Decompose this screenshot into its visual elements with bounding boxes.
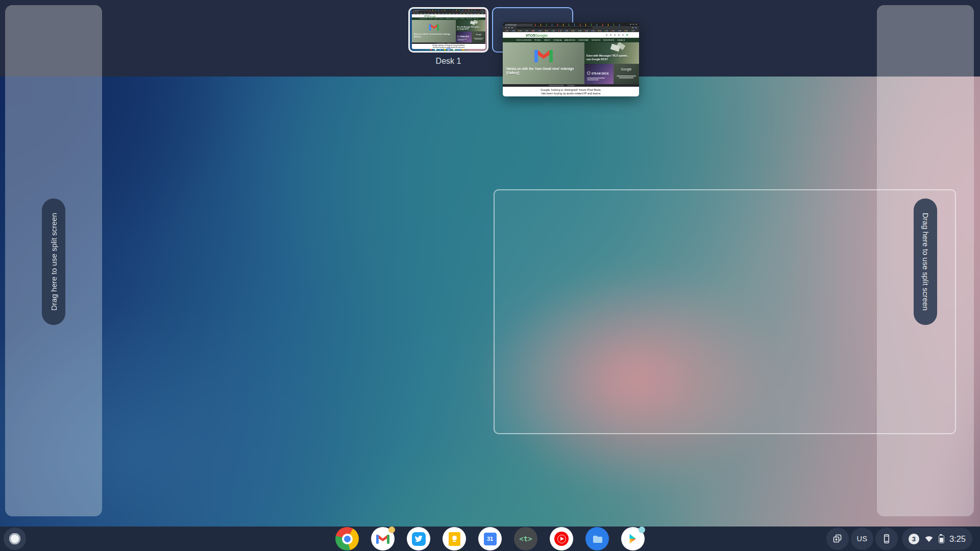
calendar-icon: 31 <box>484 533 497 545</box>
tweetdeck-icon <box>412 532 426 546</box>
desk-1-thumbnail[interactable]: 9to5Google 9TO5Google EXCLUSIVES PIXEL <box>408 7 488 53</box>
window-controls-icons <box>630 24 637 24</box>
article-footer: Google, looking to 'distinguish' future … <box>503 87 639 96</box>
site-header: 9TO5Google <box>503 32 639 38</box>
shelf-app-gmail[interactable] <box>371 527 395 550</box>
text-app-icon: <t> <box>514 527 537 550</box>
bookmark-favicons <box>505 30 636 32</box>
notification-dot <box>388 527 395 533</box>
main-headline: Hands-on with the 'new Gmail view' redes… <box>506 66 574 75</box>
keep-icon <box>449 532 460 546</box>
wifi-icon <box>924 534 934 544</box>
screen-capture-icon <box>831 533 844 545</box>
shelf-app-files[interactable] <box>585 527 609 550</box>
site-logo: 9TO5Google <box>526 33 548 38</box>
profile-avatar <box>483 12 484 12</box>
article-side: Even with Messages' RCS update, use Goog… <box>584 42 639 64</box>
site-logo: 9TO5Google <box>424 15 436 17</box>
article-google: Google <box>614 64 639 84</box>
article-main: Hands-on with the 'new Gmail view' redes… <box>503 42 584 84</box>
keyboard-layout-button[interactable]: US <box>851 528 873 550</box>
shelf: 31 <t> <box>0 527 980 551</box>
split-screen-left-hint-pill: Drag here to use split screen <box>42 198 65 325</box>
tab-title: 9to5Google <box>507 24 517 26</box>
tab-favicon-icon <box>506 24 507 26</box>
launcher-button[interactable] <box>4 528 26 550</box>
status-area: US 3 3:25 <box>826 528 972 550</box>
back-icon <box>505 27 507 29</box>
desk-1-window-preview: 9to5Google 9TO5Google EXCLUSIVES PIXEL <box>412 9 485 49</box>
address-bar <box>516 27 593 29</box>
shelf-app-play-store[interactable] <box>621 527 645 550</box>
site-header-icons <box>468 15 479 16</box>
forward-icon <box>508 27 510 29</box>
shelf-app-chrome[interactable] <box>335 527 359 550</box>
site-nav: EXCLUSIVES PIXEL NEST STADIA ANDROID CHR… <box>503 38 639 42</box>
reload-icon <box>511 27 513 29</box>
gmail-logo-icon <box>534 48 553 62</box>
side-headline: Even with Messages' RCS update, use Goog… <box>457 26 480 30</box>
desks-bar <box>0 0 980 77</box>
shelf-apps: 31 <t> <box>335 527 645 550</box>
shelf-app-youtube-music[interactable] <box>550 527 573 550</box>
article-steam-deck: STEAM DECK <box>584 64 614 84</box>
window-drop-target-outline <box>494 189 956 434</box>
launcher-icon <box>9 533 20 544</box>
desk-1-label[interactable]: Desk 1 <box>408 57 488 66</box>
screen-capture-button[interactable] <box>826 528 849 550</box>
steam-logo-icon <box>457 36 459 38</box>
shelf-app-text[interactable]: <t> <box>514 527 537 550</box>
shelf-app-keep[interactable] <box>443 527 466 550</box>
article-google: Google <box>472 32 485 43</box>
gmail-icon <box>376 534 389 544</box>
article-side: Even with Messages' RCS update, use Goog… <box>456 20 485 32</box>
window-controls-icons <box>480 10 484 11</box>
shelf-app-tweetdeck[interactable] <box>407 527 430 550</box>
phone-hub-button[interactable] <box>875 528 898 550</box>
split-screen-hint-label: Drag here to use split screen <box>50 213 58 311</box>
browser-preview: 9to5Google 9TO5Google EXCLUSIVES PIXEL N… <box>503 22 639 96</box>
extensions-icon <box>632 27 634 29</box>
files-icon <box>585 527 609 550</box>
article-main: Hands-on with the 'new Gmail view' redes… <box>412 20 456 42</box>
side-headline: Even with Messages' RCS update, use Goog… <box>586 54 628 61</box>
forward-icon <box>415 12 415 12</box>
window-titlebar: 9to5Google <box>503 22 639 26</box>
clock: 3:25 <box>949 534 966 544</box>
article-steam-deck: STEAM DECK <box>456 32 472 43</box>
desk-drop-caret-icon <box>446 48 451 51</box>
gmail-logo-icon <box>429 23 438 31</box>
reload-icon <box>416 12 417 12</box>
site-nav-links: EXCLUSIVES PIXEL NEST STADIA ANDROID CHR… <box>420 18 478 19</box>
shelf-app-calendar[interactable]: 31 <box>478 527 502 550</box>
extensions-icon <box>482 12 482 12</box>
chrome-icon <box>335 527 359 550</box>
page-content: Hands-on with the 'new Gmail view' redes… <box>503 42 639 84</box>
site-header-icons <box>606 34 628 36</box>
phone-icon <box>880 533 893 545</box>
profile-avatar <box>635 27 637 29</box>
main-headline: Hands-on with the 'new Gmail view' redes… <box>414 33 450 37</box>
page-content: Hands-on with the 'new Gmail view' redes… <box>412 20 485 42</box>
split-screen-left-region[interactable]: Drag here to use split screen <box>5 5 102 516</box>
notification-dot <box>639 527 645 533</box>
site-nav-links: EXCLUSIVES PIXEL NEST STADIA ANDROID CHR… <box>517 39 625 41</box>
youtube-music-icon <box>554 532 569 546</box>
keyboard-layout-label: US <box>857 535 868 543</box>
play-store-icon <box>627 533 639 545</box>
steam-logo-icon <box>587 71 591 75</box>
bookmark-favicons <box>413 13 484 14</box>
dragged-window[interactable]: 9to5Google 9TO5Google EXCLUSIVES PIXEL N… <box>503 22 639 96</box>
battery-icon <box>939 535 944 543</box>
system-tray[interactable]: 3 3:25 <box>902 528 972 550</box>
browser-preview: 9to5Google 9TO5Google EXCLUSIVES PIXEL <box>412 9 485 49</box>
notification-badge: 3 <box>909 534 919 544</box>
back-icon <box>413 12 414 12</box>
